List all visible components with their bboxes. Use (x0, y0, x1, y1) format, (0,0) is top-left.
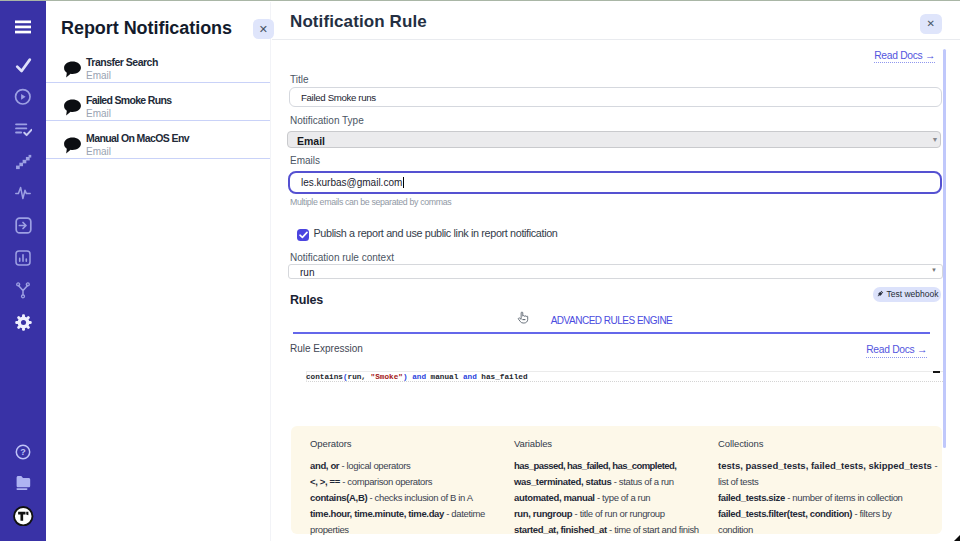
svg-text:?: ? (20, 447, 26, 457)
